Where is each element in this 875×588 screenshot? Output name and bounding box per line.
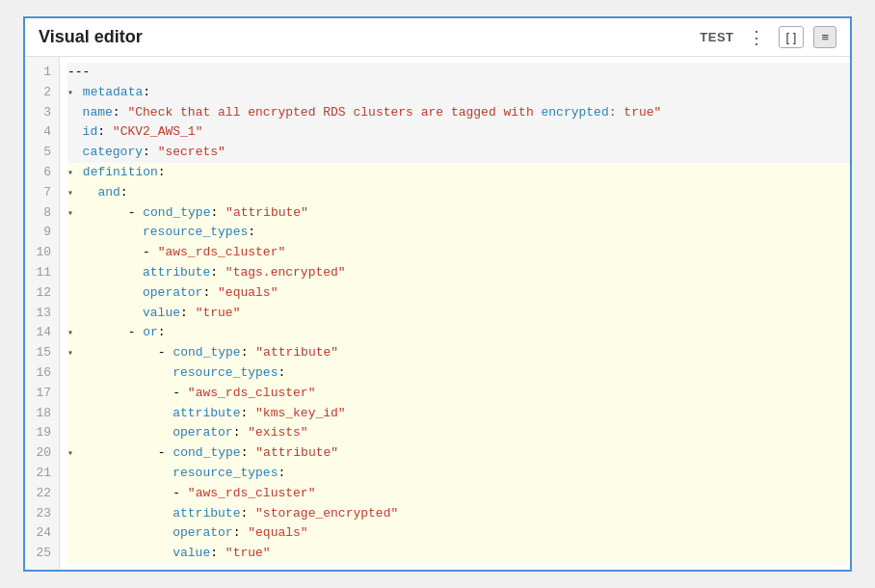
more-options-icon[interactable]: ⋮ (744, 27, 769, 48)
line-number: 5 (33, 143, 51, 163)
bracket-view-button[interactable]: [ ] (779, 26, 805, 48)
code-line: attribute: "tags.encrypted" (67, 263, 850, 283)
line-number: 9 (33, 223, 51, 243)
code-line: ▾ - or: (67, 323, 850, 343)
line-number: 20 (33, 443, 51, 464)
line-number: 23 (33, 504, 51, 524)
line-number: 11 (33, 263, 51, 283)
code-line: ▾ - cond_type: "attribute" (67, 343, 850, 363)
line-number: 16 (33, 363, 51, 384)
line-number: 7 (33, 183, 51, 203)
code-area: 1234567891011121314151617181920212223242… (25, 57, 850, 570)
toolbar: Visual editor TEST ⋮ [ ] ≡ (25, 18, 850, 57)
code-line: attribute: "storage_encrypted" (67, 504, 850, 524)
line-numbers: 1234567891011121314151617181920212223242… (25, 57, 60, 570)
code-line: resource_types: (67, 464, 850, 484)
line-number: 21 (33, 464, 51, 484)
line-number: 8 (33, 203, 51, 224)
line-number: 3 (33, 103, 51, 123)
code-line: operator: "equals" (67, 283, 850, 304)
code-line: category: "secrets" (67, 143, 850, 163)
line-number: 24 (33, 523, 51, 544)
line-number: 19 (33, 423, 51, 443)
test-label: TEST (700, 30, 733, 44)
editor-title: Visual editor (39, 27, 143, 47)
line-number: 2 (33, 83, 51, 103)
line-number: 17 (33, 384, 51, 404)
code-line: operator: "equals" (67, 523, 850, 544)
code-line: ▾ metadata: (67, 83, 850, 103)
line-number: 6 (33, 163, 51, 183)
code-line: resource_types: (67, 363, 850, 384)
code-line: attribute: "kms_key_id" (67, 404, 850, 424)
line-number: 22 (33, 484, 51, 504)
code-line: value: "true" (67, 304, 850, 324)
code-line: ▾ - cond_type: "attribute" (67, 203, 850, 224)
code-line: --- (67, 63, 850, 83)
line-number: 14 (33, 323, 51, 343)
line-number: 15 (33, 343, 51, 363)
code-content[interactable]: ---▾ metadata: name: "Check that all enc… (60, 57, 850, 570)
line-number: 13 (33, 304, 51, 324)
code-line: ▾ and: (67, 183, 850, 203)
code-line: id: "CKV2_AWS_1" (67, 122, 850, 143)
code-line: - "aws_rds_cluster" (67, 384, 850, 404)
line-number: 25 (33, 544, 51, 564)
list-view-button[interactable]: ≡ (813, 26, 836, 48)
code-line: - "aws_rds_cluster" (67, 484, 850, 504)
line-number: 1 (33, 63, 51, 83)
line-number: 4 (33, 122, 51, 143)
code-line: ▾ definition: (67, 163, 850, 183)
line-number: 10 (33, 243, 51, 263)
line-number: 12 (33, 283, 51, 304)
code-line: ▾ - cond_type: "attribute" (67, 443, 850, 464)
line-number: 18 (33, 404, 51, 424)
code-line: operator: "exists" (67, 423, 850, 443)
toolbar-right: TEST ⋮ [ ] ≡ (700, 26, 836, 48)
code-line: value: "true" (67, 544, 850, 564)
code-line: - "aws_rds_cluster" (67, 243, 850, 263)
code-line: resource_types: (67, 223, 850, 243)
editor-container: Visual editor TEST ⋮ [ ] ≡ Metadata Defi… (23, 16, 852, 572)
code-line: name: "Check that all encrypted RDS clus… (67, 103, 850, 123)
